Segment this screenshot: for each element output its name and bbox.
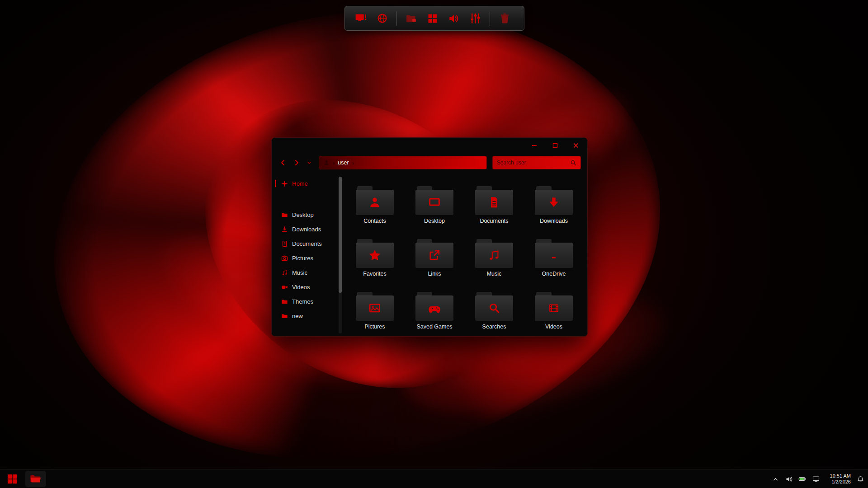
sidebar-label: Documents [292,240,322,247]
video-camera-icon [281,284,288,291]
folder-tile-desktop[interactable]: Desktop [405,184,464,237]
sidebar-item-home[interactable]: Home [274,177,339,190]
search-box [492,156,581,169]
folder-label: Downloads [540,218,568,224]
folder-label: Favorites [363,271,386,277]
folder-tile-onedrive[interactable]: OneDrive [524,237,584,290]
sync-globe-icon[interactable] [375,12,389,25]
folder-icon [281,211,288,218]
folder-label: Contacts [363,218,386,224]
back-icon[interactable] [278,157,288,168]
display-icon[interactable] [812,475,820,483]
windows-logo-icon [7,474,18,484]
camera-icon [281,255,288,262]
folder-icon [356,292,394,321]
folder-icon [415,292,453,321]
person-icon [323,160,330,166]
sidebar-item-downloads[interactable]: Downloads [274,222,339,236]
minimize-button[interactable] [524,138,545,153]
folder-label: Searches [482,324,506,330]
system-tray: 10:51 AM 1/2/2026 [771,469,864,488]
battery-icon[interactable] [798,475,807,483]
folder-tile-videos[interactable]: Videos [524,290,584,343]
chevron-down-icon[interactable] [305,157,313,168]
sidebar-scrollbar[interactable] [339,177,342,333]
volume-icon[interactable] [785,475,793,483]
folder-label: Documents [480,218,508,224]
folder-icon [281,298,288,305]
photo-icon [368,301,382,315]
folder-label: Pictures [364,324,385,330]
secure-folder-icon[interactable] [405,12,418,25]
sidebar-label: Pictures [292,255,313,262]
volume-icon[interactable] [447,12,461,25]
notification-bell-icon[interactable] [856,475,864,483]
music-note-icon [281,269,288,276]
tray-time: 10:51 AM [826,473,851,479]
start-button[interactable] [4,471,21,487]
dash-icon [547,249,561,262]
share-arrow-icon [428,249,441,262]
search-input[interactable] [497,160,570,166]
maximize-button[interactable] [545,138,566,153]
taskbar-file-explorer[interactable] [25,471,46,487]
music-notes-icon [487,249,501,262]
sidebar-item-music[interactable]: Music [274,265,339,280]
toolbar-separator [396,11,397,26]
breadcrumb-item-user[interactable]: user [338,160,349,166]
magnifier-icon [487,301,501,315]
sidebar-label: new [292,313,303,319]
folder-icon [475,239,513,268]
folder-label: Videos [545,324,562,330]
breadcrumb-chevron: › [352,160,354,166]
sidebar-item-pictures[interactable]: Pictures [274,251,339,265]
toolbar-separator [490,11,490,26]
folder-icon [356,186,394,215]
folder-tile-downloads[interactable]: Downloads [524,184,584,237]
sidebar-label: Desktop [292,211,314,218]
folder-tile-documents[interactable]: Documents [464,184,524,237]
download-arrow-icon [281,226,288,233]
home-star-icon [281,180,288,187]
folder-label: Music [487,271,502,277]
trash-icon[interactable] [498,12,511,25]
folder-icon [535,186,573,215]
equalizer-icon[interactable] [468,12,482,25]
display-alert-icon[interactable] [354,12,368,25]
sidebar-item-videos[interactable]: Videos [274,280,339,294]
folder-label: Desktop [424,218,445,224]
folder-tile-searches[interactable]: Searches [464,290,524,343]
address-bar[interactable]: › user › [319,156,487,169]
folder-tile-music[interactable]: Music [464,237,524,290]
folder-tile-pictures[interactable]: Pictures [345,290,405,343]
folder-label: OneDrive [542,271,566,277]
windows-logo-icon[interactable] [426,12,439,25]
folder-tile-contacts[interactable]: Contacts [345,184,405,237]
desktop-toolbar [344,6,524,31]
folder-icon [475,292,513,321]
chevron-up-icon[interactable] [771,475,779,483]
taskbar: 10:51 AM 1/2/2026 [0,469,868,488]
sidebar-label: Music [292,269,307,276]
taskbar-clock[interactable]: 10:51 AM 1/2/2026 [826,473,851,485]
magnifier-icon [570,160,576,166]
titlebar[interactable] [272,138,587,153]
game-controller-icon [428,301,441,315]
sidebar-item-new[interactable]: new [274,309,339,323]
scrollbar-thumb[interactable] [339,177,342,293]
sidebar-item-themes[interactable]: Themes [274,294,339,309]
folder-icon [535,292,573,321]
folder-tile-favorites[interactable]: Favorites [345,237,405,290]
navigation-bar: › user › [272,153,587,172]
sidebar-item-desktop[interactable]: Desktop [274,207,339,222]
close-button[interactable] [566,138,586,153]
frame-icon [428,196,441,209]
sidebar-item-documents[interactable]: Documents [274,236,339,251]
forward-icon[interactable] [292,157,302,168]
tray-date: 1/2/2026 [826,479,851,485]
sidebar-label: Themes [292,298,313,305]
file-explorer-window: › user › Home [271,137,588,337]
folder-tile-saved-games[interactable]: Saved Games [405,290,464,343]
folder-tile-links[interactable]: Links [405,237,464,290]
folder-icon [281,313,288,319]
